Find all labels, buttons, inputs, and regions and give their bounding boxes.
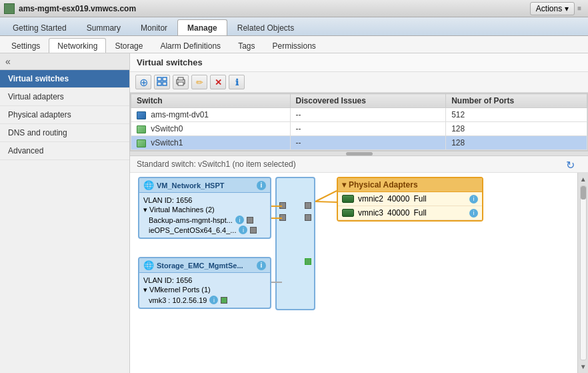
add-button[interactable]: ⊕ bbox=[135, 75, 151, 89]
table-row[interactable]: ams-mgmt-dv01 -- 512 bbox=[131, 108, 587, 122]
diagram-section: Standard switch: vSwitch1 (no item selec… bbox=[130, 156, 588, 373]
diagram-header: Standard switch: vSwitch1 (no item selec… bbox=[130, 156, 588, 173]
vmk-port-indicator bbox=[221, 297, 227, 304]
ports-cell: 128 bbox=[446, 122, 587, 136]
edit-icon: ✏ bbox=[196, 77, 203, 87]
nic-icon-2 bbox=[342, 209, 354, 217]
port-top-right bbox=[305, 202, 311, 209]
switch-dv-icon bbox=[137, 111, 146, 119]
vm1-info-button[interactable]: i bbox=[235, 216, 244, 224]
tab-tags[interactable]: Tags bbox=[229, 38, 263, 53]
tab-related-objects[interactable]: Related Objects bbox=[227, 19, 304, 35]
switch-table-container: Switch Discovered Issues Number of Ports… bbox=[130, 93, 588, 151]
sidebar-item-physical-adapters[interactable]: Physical adapters bbox=[0, 106, 129, 124]
storage-info-button[interactable]: i bbox=[257, 261, 266, 270]
tab-storage[interactable]: Storage bbox=[106, 38, 151, 53]
col-ports: Number of Ports bbox=[446, 94, 587, 108]
vm-network-box: 🌐 VM_Network_HSPT i VLAN ID: 1656 ▾ Virt… bbox=[138, 177, 271, 239]
nic1-info-button[interactable]: i bbox=[469, 195, 478, 204]
tab-summary[interactable]: Summary bbox=[77, 19, 131, 35]
nic-name-1: vmnic2 bbox=[358, 194, 383, 204]
vmk-row[interactable]: vmk3 : 10.2.56.19 i bbox=[143, 295, 266, 305]
tab-settings[interactable]: Settings bbox=[3, 38, 49, 53]
svg-rect-3 bbox=[163, 82, 167, 85]
vm-row-1[interactable]: Backup-ams-mgmt-hspt... i bbox=[143, 215, 266, 225]
switch-std-icon bbox=[137, 125, 146, 133]
actions-button[interactable]: Actions ▾ bbox=[530, 2, 575, 15]
vm-network-header: 🌐 VM_Network_HSPT i bbox=[139, 178, 270, 193]
scroll-thumb[interactable] bbox=[581, 186, 586, 200]
back-icon: « bbox=[5, 56, 11, 67]
switch-name-cell: vSwitch1 bbox=[131, 136, 291, 150]
vm-row-2[interactable]: ieOPS_CentOSx64_6.4_... i bbox=[143, 225, 266, 235]
storage-header: 🌐 Storage_EMC_MgmtSe... i bbox=[139, 258, 270, 273]
port-indicator-2 bbox=[250, 227, 257, 234]
svg-rect-2 bbox=[157, 82, 161, 85]
scroll-track[interactable] bbox=[580, 185, 587, 360]
add-icon: ⊕ bbox=[139, 76, 148, 89]
scroll-down-arrow[interactable]: ▼ bbox=[579, 362, 588, 372]
svg-rect-0 bbox=[157, 77, 161, 81]
panel-title: Virtual switches bbox=[130, 53, 588, 72]
refresh-icon[interactable]: ↻ bbox=[566, 159, 575, 171]
svg-rect-6 bbox=[178, 82, 183, 85]
main-tabs: Getting Started Summary Monitor Manage R… bbox=[0, 17, 588, 36]
table-row[interactable]: vSwitch1 -- 128 bbox=[131, 136, 587, 150]
tab-permissions[interactable]: Permissions bbox=[263, 38, 324, 53]
vm-section-row: ▾ Virtual Machines (2) bbox=[143, 205, 266, 215]
scroll-up-arrow[interactable]: ▲ bbox=[579, 174, 588, 184]
table-row[interactable]: vSwitch0 -- 128 bbox=[131, 122, 587, 136]
delete-icon: ✕ bbox=[215, 77, 222, 87]
main-panel: Virtual switches ⊕ bbox=[130, 53, 588, 373]
vm-section-label: ▾ Virtual Machines (2) bbox=[143, 206, 215, 214]
svg-rect-5 bbox=[178, 77, 183, 80]
port-bot-right bbox=[305, 258, 311, 265]
nic-row-2[interactable]: vmnic3 40000 Full i bbox=[338, 206, 482, 220]
tab-manage[interactable]: Manage bbox=[177, 19, 227, 35]
info-button[interactable]: ℹ bbox=[229, 75, 245, 89]
port-mid-left bbox=[279, 214, 286, 221]
info-icon: ℹ bbox=[235, 77, 239, 87]
switch-table: Switch Discovered Issues Number of Ports… bbox=[131, 93, 587, 150]
port-indicator-1 bbox=[247, 217, 253, 224]
sidebar-item-virtual-switches[interactable]: Virtual switches bbox=[0, 70, 129, 88]
nic-row-1[interactable]: vmnic2 40000 Full i bbox=[338, 192, 482, 206]
delete-button[interactable]: ✕ bbox=[210, 75, 226, 89]
horizontal-scrollbar[interactable] bbox=[130, 151, 588, 156]
toolbar: ⊕ bbox=[130, 72, 588, 93]
sidebar-item-advanced[interactable]: Advanced bbox=[0, 142, 129, 160]
sidebar-item-virtual-adapters[interactable]: Virtual adapters bbox=[0, 88, 129, 106]
phys-title: Physical Adapters bbox=[349, 180, 418, 190]
ports-cell: 128 bbox=[446, 136, 587, 150]
vmk-info-button[interactable]: i bbox=[209, 296, 218, 304]
menu-icon[interactable]: ≡ bbox=[575, 2, 584, 15]
storage-vlan-row: VLAN ID: 1656 bbox=[143, 276, 266, 285]
sidebar-back-button[interactable]: « bbox=[0, 53, 129, 70]
ports-cell: 512 bbox=[446, 108, 587, 122]
tab-getting-started[interactable]: Getting Started bbox=[3, 19, 77, 35]
switch-name-cell: ams-mgmt-dv01 bbox=[131, 108, 291, 122]
tab-networking[interactable]: Networking bbox=[49, 38, 106, 53]
content-area: « Virtual switches Virtual adapters Phys… bbox=[0, 53, 588, 373]
svg-rect-1 bbox=[163, 77, 167, 81]
nic2-info-button[interactable]: i bbox=[469, 209, 478, 218]
nic-duplex-1: Full bbox=[413, 194, 426, 204]
vm-name-2: ieOPS_CentOSx64_6.4_... bbox=[149, 226, 236, 234]
tab-monitor[interactable]: Monitor bbox=[131, 19, 177, 35]
print-button[interactable] bbox=[173, 75, 189, 89]
storage-box: 🌐 Storage_EMC_MgmtSe... i VLAN ID: 1656 … bbox=[138, 257, 271, 309]
vmk-name: vmk3 : 10.2.56.19 bbox=[149, 296, 207, 304]
vm-name-1: Backup-ams-mgmt-hspt... bbox=[149, 216, 233, 224]
edit-button[interactable]: ✏ bbox=[191, 75, 207, 89]
vm2-info-button[interactable]: i bbox=[239, 226, 247, 234]
col-switch: Switch bbox=[131, 94, 291, 108]
tab-alarm-definitions[interactable]: Alarm Definitions bbox=[151, 38, 229, 53]
diagram-canvas: 🌐 VM_Network_HSPT i VLAN ID: 1656 ▾ Virt… bbox=[130, 173, 577, 356]
vertical-scrollbar[interactable]: ▲ ▼ bbox=[577, 173, 588, 373]
storage-vlan-label: VLAN ID: 1656 bbox=[143, 276, 192, 284]
sidebar-item-dns-routing[interactable]: DNS and routing bbox=[0, 124, 129, 142]
add-group-button[interactable] bbox=[154, 75, 170, 89]
host-icon bbox=[4, 3, 15, 14]
vm-network-info-button[interactable]: i bbox=[257, 181, 266, 190]
nic-duplex-2: Full bbox=[413, 208, 426, 218]
